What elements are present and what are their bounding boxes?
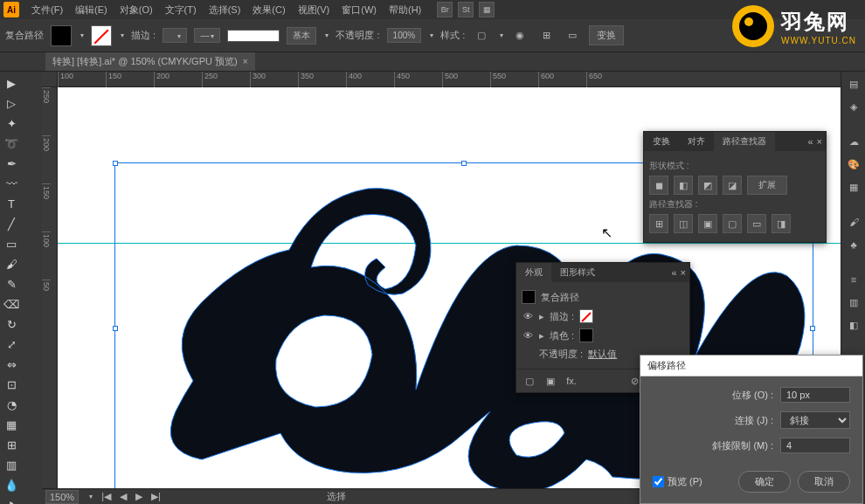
panel-collapse-icon[interactable]: «	[807, 136, 813, 147]
stroke-dropdown-icon[interactable]: ▾	[121, 31, 124, 39]
ok-button[interactable]: 确定	[738, 471, 791, 493]
menu-effect[interactable]: 效果(C)	[247, 1, 290, 19]
pathfinder-panel[interactable]: 变换 对齐 路径查找器 «× 形状模式 : ◼ ◧ ◩ ◪ 扩展 路径查找器 :…	[643, 131, 827, 243]
gradient-tool[interactable]: ▥	[2, 455, 21, 474]
nav-last-icon[interactable]: ▶|	[151, 491, 161, 502]
blend-tool[interactable]: ◗	[2, 495, 21, 504]
brush-style[interactable]: 基本	[287, 27, 316, 45]
fill-swatch[interactable]	[51, 25, 72, 46]
swatches-panel-icon[interactable]: ▦	[843, 176, 864, 197]
shaper-tool[interactable]: ✎	[2, 274, 21, 293]
eraser-tool[interactable]: ⌫	[2, 294, 21, 314]
line-tool[interactable]: ╱	[2, 214, 21, 233]
paintbrush-tool[interactable]: 🖌	[2, 254, 21, 273]
minus-front-button[interactable]: ◧	[674, 176, 693, 195]
miter-input[interactable]	[780, 438, 850, 453]
new-stroke-icon[interactable]: ▢	[522, 373, 537, 389]
new-fill-icon[interactable]: ▣	[543, 373, 558, 389]
transparency-panel-icon[interactable]: ◧	[843, 314, 864, 335]
nav-next-icon[interactable]: ▶	[135, 491, 142, 502]
menu-edit[interactable]: 编辑(E)	[70, 1, 113, 19]
tab-pathfinder[interactable]: 路径查找器	[714, 132, 775, 151]
type-tool[interactable]: T	[2, 194, 21, 213]
tab-appearance[interactable]: 外观	[516, 263, 551, 282]
minus-back-button[interactable]: ◨	[772, 214, 791, 233]
merge-button[interactable]: ▣	[698, 214, 717, 233]
intersect-button[interactable]: ◩	[698, 176, 717, 195]
curvature-tool[interactable]: 〰	[2, 174, 21, 193]
menu-help[interactable]: 帮助(H)	[384, 1, 426, 19]
transform-button[interactable]: 变换	[589, 25, 624, 45]
appearance-stroke-row[interactable]: 👁 ▸ 描边 :	[522, 307, 684, 326]
expand-button[interactable]: 扩展	[747, 176, 787, 195]
ruler-origin[interactable]	[42, 72, 58, 87]
trim-button[interactable]: ◫	[674, 214, 693, 233]
rectangle-tool[interactable]: ▭	[2, 234, 21, 253]
zoom-input[interactable]: 150%	[45, 490, 79, 504]
stroke-swatch[interactable]	[579, 309, 593, 323]
scale-tool[interactable]: ⤢	[2, 335, 21, 354]
menu-file[interactable]: 文件(F)	[26, 1, 68, 19]
expand-icon[interactable]: ▸	[539, 330, 544, 342]
pen-tool[interactable]: ✒	[2, 154, 21, 173]
horizontal-ruler[interactable]: 100 150 200 250 300 350 400 450 500 550 …	[58, 72, 841, 87]
opacity-input[interactable]: 100%	[387, 28, 422, 43]
eyedropper-tool[interactable]: 💧	[2, 475, 21, 494]
menu-object[interactable]: 对象(O)	[114, 1, 158, 19]
exclude-button[interactable]: ◪	[723, 176, 742, 195]
crop-button[interactable]: ▢	[723, 214, 742, 233]
direct-selection-tool[interactable]: ▷	[2, 93, 21, 113]
recolor-icon[interactable]: ◉	[510, 26, 529, 45]
document-tab[interactable]: 转换] [转换].ai* @ 150% (CMYK/GPU 预览) ×	[45, 52, 255, 71]
stroke-profile[interactable]: —▾	[194, 28, 220, 43]
symbols-panel-icon[interactable]: ♣	[843, 234, 864, 255]
fill-swatch[interactable]	[579, 328, 593, 342]
divide-button[interactable]: ⊞	[649, 214, 668, 233]
libraries-panel-icon[interactable]: ☁	[843, 131, 864, 152]
join-select[interactable]: 斜接	[780, 411, 850, 429]
menu-type[interactable]: 文字(T)	[160, 1, 202, 19]
preview-check-input[interactable]	[653, 476, 664, 487]
outline-button[interactable]: ▭	[747, 214, 766, 233]
width-tool[interactable]: ⇔	[2, 355, 21, 374]
mesh-tool[interactable]: ⊞	[2, 435, 21, 454]
tab-align[interactable]: 对齐	[679, 132, 714, 151]
visibility-icon[interactable]: 👁	[522, 311, 534, 321]
rotate-tool[interactable]: ↻	[2, 314, 21, 334]
vertical-ruler[interactable]: 250 200 150 100 50	[42, 87, 58, 488]
magic-wand-tool[interactable]: ✦	[2, 114, 21, 133]
tab-close-icon[interactable]: ×	[243, 57, 248, 66]
add-effect-icon[interactable]: fx.	[564, 373, 579, 389]
selection-tool[interactable]: ▶	[2, 73, 21, 93]
brush-preview[interactable]	[227, 30, 280, 42]
nav-first-icon[interactable]: |◀	[101, 491, 111, 502]
gradient-panel-icon[interactable]: ▥	[843, 292, 864, 313]
stroke-weight-input[interactable]: ▾	[163, 28, 187, 43]
panel-collapse-icon[interactable]: «	[671, 267, 676, 278]
brushes-panel-icon[interactable]: 🖌	[843, 211, 864, 232]
shape-builder-tool[interactable]: ◔	[2, 395, 21, 414]
panel-close-icon[interactable]: ×	[681, 267, 686, 278]
properties-panel-icon[interactable]: ▤	[843, 73, 864, 94]
cancel-button[interactable]: 取消	[798, 471, 850, 493]
offset-input[interactable]	[780, 387, 850, 403]
color-panel-icon[interactable]: 🎨	[843, 154, 864, 175]
stroke-panel-icon[interactable]: ≡	[843, 269, 864, 290]
menu-select[interactable]: 选择(S)	[204, 1, 246, 19]
lasso-tool[interactable]: ➰	[2, 134, 21, 153]
nav-prev-icon[interactable]: ◀	[120, 491, 127, 502]
bridge-icon[interactable]: Br	[437, 2, 453, 17]
preview-checkbox[interactable]: 预览 (P)	[653, 475, 702, 488]
visibility-icon[interactable]: 👁	[522, 330, 534, 341]
shape-icon[interactable]: ▭	[563, 26, 582, 45]
unite-button[interactable]: ◼	[649, 176, 668, 195]
free-transform-tool[interactable]: ⊡	[2, 375, 21, 394]
stroke-swatch[interactable]	[91, 25, 112, 46]
expand-icon[interactable]: ▸	[539, 311, 544, 322]
layers-panel-icon[interactable]: ◈	[843, 96, 864, 117]
fill-dropdown-icon[interactable]: ▾	[80, 31, 84, 39]
perspective-tool[interactable]: ▦	[2, 415, 21, 434]
menu-window[interactable]: 窗口(W)	[336, 1, 382, 19]
align-icon[interactable]: ⊞	[536, 26, 556, 45]
appearance-fill-row[interactable]: 👁 ▸ 填色 :	[522, 326, 684, 345]
